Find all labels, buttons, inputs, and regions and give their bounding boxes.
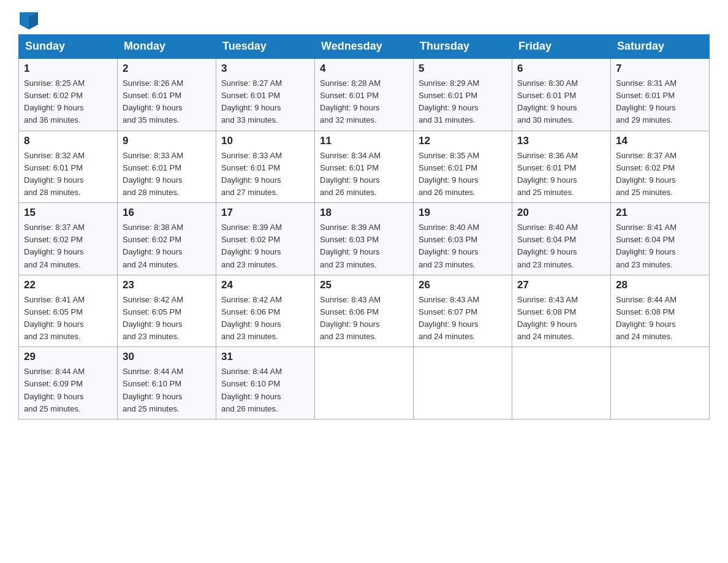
calendar-day-cell: 10Sunrise: 8:33 AMSunset: 6:01 PMDayligh… bbox=[216, 131, 315, 203]
calendar-day-cell: 18Sunrise: 8:39 AMSunset: 6:03 PMDayligh… bbox=[315, 203, 414, 275]
day-info: Sunrise: 8:43 AMSunset: 6:08 PMDaylight:… bbox=[517, 294, 605, 343]
calendar-week-row: 29Sunrise: 8:44 AMSunset: 6:09 PMDayligh… bbox=[19, 347, 710, 419]
calendar-day-cell bbox=[414, 347, 512, 419]
calendar-day-cell: 11Sunrise: 8:34 AMSunset: 6:01 PMDayligh… bbox=[315, 131, 414, 203]
calendar-day-cell: 24Sunrise: 8:42 AMSunset: 6:06 PMDayligh… bbox=[216, 275, 315, 347]
day-info: Sunrise: 8:39 AMSunset: 6:02 PMDaylight:… bbox=[221, 221, 309, 271]
calendar-day-cell: 22Sunrise: 8:41 AMSunset: 6:05 PMDayligh… bbox=[19, 275, 118, 347]
day-info: Sunrise: 8:34 AMSunset: 6:01 PMDaylight:… bbox=[320, 150, 408, 199]
day-number: 6 bbox=[517, 63, 605, 75]
calendar-day-cell bbox=[315, 347, 414, 419]
day-number: 21 bbox=[616, 207, 704, 219]
day-info: Sunrise: 8:33 AMSunset: 6:01 PMDaylight:… bbox=[221, 150, 309, 199]
calendar-day-cell: 4Sunrise: 8:28 AMSunset: 6:01 PMDaylight… bbox=[315, 58, 414, 131]
day-number: 9 bbox=[123, 135, 211, 147]
day-number: 31 bbox=[221, 351, 309, 363]
calendar-day-cell: 5Sunrise: 8:29 AMSunset: 6:01 PMDaylight… bbox=[414, 58, 512, 131]
calendar-week-row: 8Sunrise: 8:32 AMSunset: 6:01 PMDaylight… bbox=[19, 131, 710, 203]
day-info: Sunrise: 8:44 AMSunset: 6:09 PMDaylight:… bbox=[24, 366, 112, 415]
day-info: Sunrise: 8:30 AMSunset: 6:01 PMDaylight:… bbox=[517, 77, 605, 127]
calendar-day-cell: 8Sunrise: 8:32 AMSunset: 6:01 PMDaylight… bbox=[19, 131, 118, 203]
day-number: 1 bbox=[24, 63, 112, 75]
calendar-day-cell: 25Sunrise: 8:43 AMSunset: 6:06 PMDayligh… bbox=[315, 275, 414, 347]
calendar-day-cell: 31Sunrise: 8:44 AMSunset: 6:10 PMDayligh… bbox=[216, 347, 315, 419]
calendar-day-cell: 1Sunrise: 8:25 AMSunset: 6:02 PMDaylight… bbox=[19, 58, 118, 131]
day-number: 25 bbox=[320, 279, 408, 291]
day-number: 27 bbox=[517, 279, 605, 291]
calendar-day-cell: 30Sunrise: 8:44 AMSunset: 6:10 PMDayligh… bbox=[118, 347, 216, 419]
day-info: Sunrise: 8:43 AMSunset: 6:07 PMDaylight:… bbox=[419, 294, 507, 343]
day-number: 28 bbox=[616, 279, 704, 291]
calendar-week-row: 22Sunrise: 8:41 AMSunset: 6:05 PMDayligh… bbox=[19, 275, 710, 347]
day-number: 19 bbox=[419, 207, 507, 219]
day-info: Sunrise: 8:33 AMSunset: 6:01 PMDaylight:… bbox=[123, 150, 211, 199]
calendar-day-cell: 12Sunrise: 8:35 AMSunset: 6:01 PMDayligh… bbox=[414, 131, 512, 203]
day-number: 14 bbox=[616, 135, 704, 147]
calendar-day-cell: 9Sunrise: 8:33 AMSunset: 6:01 PMDaylight… bbox=[118, 131, 216, 203]
day-number: 3 bbox=[221, 63, 309, 75]
calendar-header-row: SundayMondayTuesdayWednesdayThursdayFrid… bbox=[19, 35, 710, 59]
calendar-table: SundayMondayTuesdayWednesdayThursdayFrid… bbox=[18, 34, 710, 419]
day-number: 5 bbox=[419, 63, 507, 75]
calendar-day-cell: 17Sunrise: 8:39 AMSunset: 6:02 PMDayligh… bbox=[216, 203, 315, 275]
calendar-week-row: 1Sunrise: 8:25 AMSunset: 6:02 PMDaylight… bbox=[19, 58, 710, 131]
day-number: 22 bbox=[24, 279, 112, 291]
day-number: 2 bbox=[123, 63, 211, 75]
day-of-week-header: Saturday bbox=[611, 35, 710, 59]
day-info: Sunrise: 8:27 AMSunset: 6:01 PMDaylight:… bbox=[221, 77, 309, 127]
day-info: Sunrise: 8:26 AMSunset: 6:01 PMDaylight:… bbox=[123, 77, 211, 127]
calendar-day-cell: 16Sunrise: 8:38 AMSunset: 6:02 PMDayligh… bbox=[118, 203, 216, 275]
day-of-week-header: Tuesday bbox=[216, 35, 315, 59]
day-info: Sunrise: 8:35 AMSunset: 6:01 PMDaylight:… bbox=[419, 150, 507, 199]
logo bbox=[18, 12, 38, 28]
day-number: 24 bbox=[221, 279, 309, 291]
calendar-day-cell: 23Sunrise: 8:42 AMSunset: 6:05 PMDayligh… bbox=[118, 275, 216, 347]
day-number: 23 bbox=[123, 279, 211, 291]
day-number: 10 bbox=[221, 135, 309, 147]
calendar-day-cell bbox=[611, 347, 710, 419]
day-number: 20 bbox=[517, 207, 605, 219]
day-number: 7 bbox=[616, 63, 704, 75]
calendar-day-cell: 29Sunrise: 8:44 AMSunset: 6:09 PMDayligh… bbox=[19, 347, 118, 419]
day-number: 4 bbox=[320, 63, 408, 75]
day-of-week-header: Friday bbox=[512, 35, 611, 59]
day-info: Sunrise: 8:44 AMSunset: 6:10 PMDaylight:… bbox=[123, 366, 211, 415]
day-number: 29 bbox=[24, 351, 112, 363]
day-number: 11 bbox=[320, 135, 408, 147]
day-info: Sunrise: 8:37 AMSunset: 6:02 PMDaylight:… bbox=[616, 150, 704, 199]
day-info: Sunrise: 8:38 AMSunset: 6:02 PMDaylight:… bbox=[123, 221, 211, 271]
calendar-day-cell: 21Sunrise: 8:41 AMSunset: 6:04 PMDayligh… bbox=[611, 203, 710, 275]
calendar-day-cell: 15Sunrise: 8:37 AMSunset: 6:02 PMDayligh… bbox=[19, 203, 118, 275]
day-info: Sunrise: 8:42 AMSunset: 6:05 PMDaylight:… bbox=[123, 294, 211, 343]
calendar-day-cell bbox=[512, 347, 611, 419]
day-info: Sunrise: 8:41 AMSunset: 6:04 PMDaylight:… bbox=[616, 221, 704, 271]
calendar-day-cell: 28Sunrise: 8:44 AMSunset: 6:08 PMDayligh… bbox=[611, 275, 710, 347]
day-of-week-header: Sunday bbox=[19, 35, 118, 59]
day-info: Sunrise: 8:37 AMSunset: 6:02 PMDaylight:… bbox=[24, 221, 112, 271]
day-info: Sunrise: 8:25 AMSunset: 6:02 PMDaylight:… bbox=[24, 77, 112, 127]
calendar-day-cell: 19Sunrise: 8:40 AMSunset: 6:03 PMDayligh… bbox=[414, 203, 512, 275]
calendar-day-cell: 6Sunrise: 8:30 AMSunset: 6:01 PMDaylight… bbox=[512, 58, 611, 131]
day-info: Sunrise: 8:39 AMSunset: 6:03 PMDaylight:… bbox=[320, 221, 408, 271]
day-of-week-header: Thursday bbox=[414, 35, 512, 59]
day-info: Sunrise: 8:29 AMSunset: 6:01 PMDaylight:… bbox=[419, 77, 507, 127]
calendar-week-row: 15Sunrise: 8:37 AMSunset: 6:02 PMDayligh… bbox=[19, 203, 710, 275]
calendar-day-cell: 26Sunrise: 8:43 AMSunset: 6:07 PMDayligh… bbox=[414, 275, 512, 347]
day-info: Sunrise: 8:44 AMSunset: 6:08 PMDaylight:… bbox=[616, 294, 704, 343]
day-info: Sunrise: 8:36 AMSunset: 6:01 PMDaylight:… bbox=[517, 150, 605, 199]
calendar-day-cell: 27Sunrise: 8:43 AMSunset: 6:08 PMDayligh… bbox=[512, 275, 611, 347]
day-info: Sunrise: 8:32 AMSunset: 6:01 PMDaylight:… bbox=[24, 150, 112, 199]
day-of-week-header: Wednesday bbox=[315, 35, 414, 59]
calendar-day-cell: 3Sunrise: 8:27 AMSunset: 6:01 PMDaylight… bbox=[216, 58, 315, 131]
day-number: 12 bbox=[419, 135, 507, 147]
day-number: 26 bbox=[419, 279, 507, 291]
day-number: 15 bbox=[24, 207, 112, 219]
day-number: 8 bbox=[24, 135, 112, 147]
calendar-day-cell: 13Sunrise: 8:36 AMSunset: 6:01 PMDayligh… bbox=[512, 131, 611, 203]
day-number: 30 bbox=[123, 351, 211, 363]
calendar-day-cell: 20Sunrise: 8:40 AMSunset: 6:04 PMDayligh… bbox=[512, 203, 611, 275]
day-of-week-header: Monday bbox=[118, 35, 216, 59]
day-info: Sunrise: 8:40 AMSunset: 6:04 PMDaylight:… bbox=[517, 221, 605, 271]
day-info: Sunrise: 8:43 AMSunset: 6:06 PMDaylight:… bbox=[320, 294, 408, 343]
day-info: Sunrise: 8:28 AMSunset: 6:01 PMDaylight:… bbox=[320, 77, 408, 127]
